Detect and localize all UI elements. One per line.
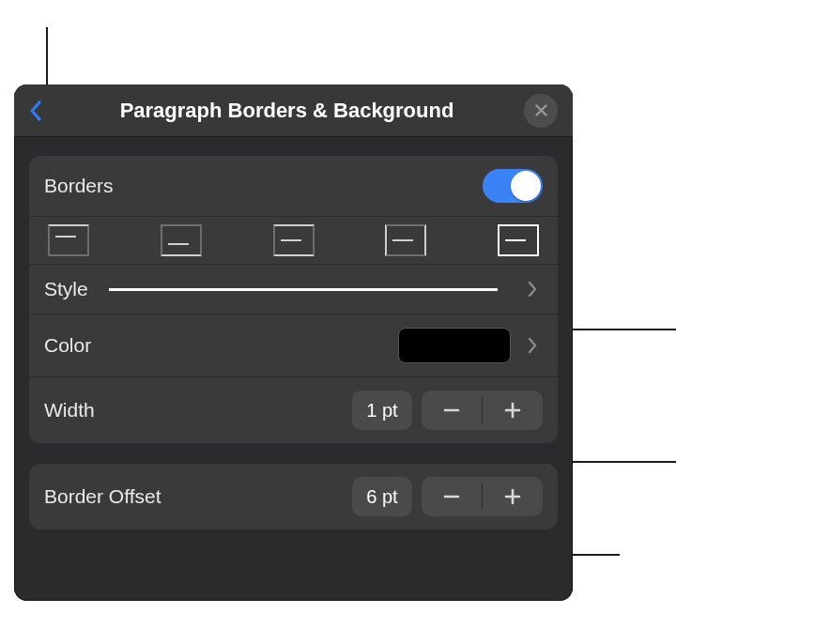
- offset-decrement-button[interactable]: [422, 477, 482, 516]
- callout-line: [46, 27, 48, 84]
- close-button[interactable]: [524, 94, 558, 128]
- color-row[interactable]: Color: [29, 314, 558, 376]
- border-position-all[interactable]: [498, 224, 539, 256]
- width-value[interactable]: 1 pt: [352, 391, 412, 430]
- border-position-top[interactable]: [48, 224, 89, 256]
- width-row: Width 1 pt: [29, 376, 558, 443]
- minus-icon: [443, 488, 460, 505]
- panel-header: Paragraph Borders & Background: [14, 84, 573, 137]
- border-position-bottom[interactable]: [161, 224, 202, 256]
- border-position-group: [48, 224, 539, 256]
- style-preview-line: [109, 288, 498, 291]
- plus-icon: [504, 488, 521, 505]
- offset-card: Border Offset 6 pt: [29, 464, 558, 529]
- plus-icon: [504, 402, 521, 419]
- offset-value[interactable]: 6 pt: [352, 477, 412, 516]
- width-stepper: [422, 391, 543, 430]
- style-label: Style: [44, 278, 88, 300]
- color-disclosure[interactable]: [522, 337, 543, 354]
- border-position-sides[interactable]: [385, 224, 426, 256]
- toggle-knob: [511, 171, 541, 201]
- width-increment-button[interactable]: [483, 391, 543, 430]
- borders-label: Borders: [44, 175, 114, 197]
- offset-stepper: [422, 477, 543, 516]
- borders-toggle[interactable]: [483, 169, 543, 203]
- offset-row: Border Offset 6 pt: [29, 464, 558, 529]
- border-position-row: [29, 216, 558, 264]
- panel-title: Paragraph Borders & Background: [50, 99, 524, 123]
- color-label: Color: [44, 334, 91, 357]
- width-label: Width: [44, 399, 95, 422]
- borders-toggle-row: Borders: [29, 156, 558, 216]
- chevron-right-icon: [528, 337, 537, 354]
- style-disclosure[interactable]: [522, 281, 543, 298]
- back-button[interactable]: [29, 100, 50, 122]
- borders-card: Borders: [29, 156, 558, 443]
- offset-increment-button[interactable]: [483, 477, 543, 516]
- close-icon: [535, 104, 547, 116]
- chevron-left-icon: [29, 100, 42, 122]
- paragraph-borders-background-panel: Paragraph Borders & Background Borders: [14, 84, 573, 601]
- chevron-right-icon: [528, 281, 537, 298]
- minus-icon: [443, 402, 460, 419]
- border-position-top-bottom[interactable]: [273, 224, 315, 256]
- color-swatch[interactable]: [398, 328, 511, 363]
- style-row[interactable]: Style: [29, 264, 558, 314]
- offset-label: Border Offset: [44, 485, 161, 508]
- width-decrement-button[interactable]: [422, 391, 482, 430]
